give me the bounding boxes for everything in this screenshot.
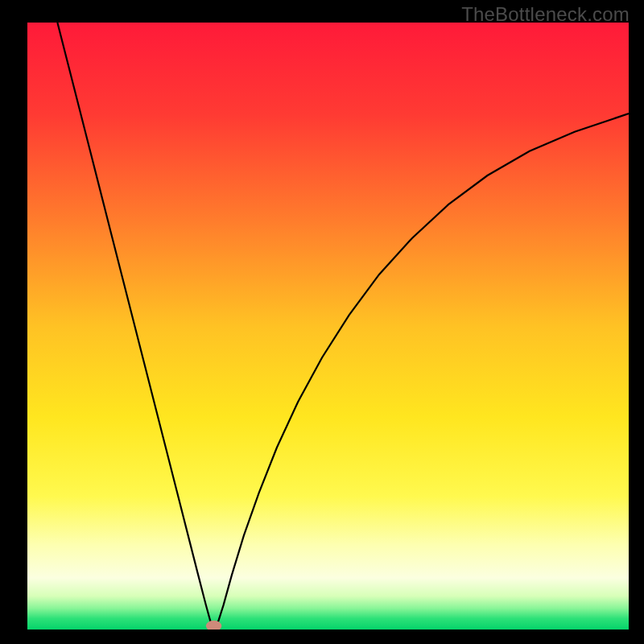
chart-frame	[27, 23, 629, 630]
gradient-background	[27, 23, 629, 630]
chart-svg	[27, 23, 629, 630]
